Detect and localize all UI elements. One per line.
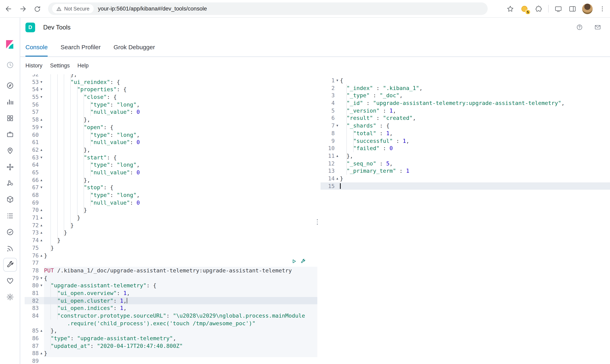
fold-toggle-icon[interactable]: ▴ xyxy=(335,152,340,160)
fold-toggle-icon[interactable]: ▴ xyxy=(39,221,44,229)
code-line[interactable]: 3"_type" : "_doc", xyxy=(320,92,610,99)
dashboard-icon[interactable] xyxy=(5,113,15,123)
code-line[interactable]: 14▴} xyxy=(320,175,610,182)
code-line[interactable]: 84"constructor.prototype.sourceURL": "\u… xyxy=(25,312,317,319)
code-line[interactable]: 80▾"upgrade-assistant-telemetry": { xyxy=(25,282,317,289)
code-line[interactable]: 79▾{ xyxy=(25,274,317,282)
code-line[interactable]: 6"result" : "created", xyxy=(320,114,610,122)
code-line[interactable]: 52}, xyxy=(25,74,317,78)
code-line[interactable]: 87"updated_at": "2020-04-17T20:47:40.800… xyxy=(25,342,317,350)
code-line[interactable]: 55▾"close": { xyxy=(25,93,317,101)
code-line[interactable]: 68"type": "long", xyxy=(25,191,317,199)
code-line[interactable]: 62▴}, xyxy=(25,146,317,154)
fold-toggle-icon[interactable]: ▾ xyxy=(39,274,44,282)
code-line[interactable]: 89 xyxy=(25,357,317,364)
code-line[interactable]: 70▴} xyxy=(25,207,317,214)
code-line[interactable]: 9"successful" : 1, xyxy=(320,137,610,144)
ml-icon[interactable] xyxy=(5,162,15,172)
canvas-icon[interactable] xyxy=(5,130,15,139)
forward-icon[interactable] xyxy=(18,4,28,14)
kebab-menu-icon[interactable] xyxy=(598,3,607,14)
fold-toggle-icon[interactable]: ▾ xyxy=(39,93,44,101)
code-line[interactable]: 72▴} xyxy=(25,221,317,229)
space-avatar[interactable]: D xyxy=(26,22,35,32)
code-line[interactable]: 74▴} xyxy=(25,236,317,244)
fold-toggle-icon[interactable]: ▴ xyxy=(39,229,44,236)
fold-toggle-icon[interactable]: ▾ xyxy=(39,154,44,161)
url-text[interactable]: your-ip:5601/app/kibana#/dev_tools/conso… xyxy=(98,6,207,12)
fold-toggle-icon[interactable]: ▴ xyxy=(39,214,44,221)
code-line[interactable]: 71▴} xyxy=(25,214,317,221)
fold-toggle-icon[interactable]: ▾ xyxy=(39,78,44,86)
code-line[interactable]: 4"_id" : "upgrade-assistant-telemetry:up… xyxy=(320,99,610,107)
code-line[interactable]: 5"_version" : 1, xyxy=(320,107,610,114)
visualize-icon[interactable] xyxy=(5,97,15,106)
code-line[interactable]: 86"type": "upgrade-assistant-telemetry", xyxy=(25,335,317,342)
fold-toggle-icon[interactable]: ▾ xyxy=(39,184,44,191)
code-line[interactable]: 53▾"ui_reindex": { xyxy=(25,78,317,86)
url-bar[interactable]: Not Secure your-ip:5601/app/kibana#/dev_… xyxy=(48,2,488,15)
code-line[interactable]: 67▾"stop": { xyxy=(25,184,317,191)
infra-icon[interactable] xyxy=(5,195,15,204)
code-line[interactable]: 69"null_value": 0 xyxy=(25,199,317,206)
fold-toggle-icon[interactable]: ▴ xyxy=(39,236,44,244)
code-line[interactable]: 8"total" : 1, xyxy=(320,130,610,137)
help-icon[interactable] xyxy=(576,24,583,31)
security-chip[interactable]: Not Secure xyxy=(52,4,93,13)
code-line[interactable]: 58▴}, xyxy=(25,116,317,123)
tab-console[interactable]: Console xyxy=(26,37,48,56)
menu-help[interactable]: Help xyxy=(78,63,89,69)
devtools-icon[interactable] xyxy=(3,258,17,272)
send-request-button[interactable] xyxy=(292,259,297,264)
uptime-icon[interactable] xyxy=(5,227,15,237)
fold-toggle-icon[interactable]: ▴ xyxy=(39,252,44,259)
fold-toggle-icon[interactable]: ▴ xyxy=(39,146,44,154)
code-line[interactable]: 54▾"properties": { xyxy=(25,86,317,93)
panel-splitter[interactable] xyxy=(315,216,320,228)
menu-settings[interactable]: Settings xyxy=(50,63,70,69)
tab-grok-debugger[interactable]: Grok Debugger xyxy=(114,37,155,56)
code-line[interactable]: 12"_seq_no" : 5, xyxy=(320,160,610,167)
console-editor-panel[interactable]: 52},53▾"ui_reindex": {54▾"properties": {… xyxy=(25,74,317,364)
code-line[interactable]: 82"ui_open.cluster": 1, xyxy=(25,297,317,304)
console-response-panel[interactable]: 1▾{2"_index" : ".kibana_1",3"_type" : "_… xyxy=(320,74,610,364)
code-line[interactable]: 13"_primary_term" : 1 xyxy=(320,167,610,175)
code-line[interactable]: 1▾{ xyxy=(320,77,610,84)
fold-toggle-icon[interactable]: ▾ xyxy=(335,77,340,84)
code-line[interactable]: 11▴}, xyxy=(320,152,610,160)
code-line[interactable]: 85▴}, xyxy=(25,327,317,335)
logs-icon[interactable] xyxy=(5,211,15,221)
apm-icon[interactable] xyxy=(5,244,15,253)
kibana-logo-icon[interactable] xyxy=(4,39,15,50)
code-line[interactable]: 10"failed" : 0 xyxy=(320,144,610,152)
tab-search-profiler[interactable]: Search Profiler xyxy=(61,37,101,56)
fold-toggle-icon[interactable]: ▾ xyxy=(335,122,340,129)
code-line[interactable]: 78PUT /.kibana_1/_doc/upgrade-assistant-… xyxy=(25,267,317,274)
fold-toggle-icon[interactable]: ▴ xyxy=(335,175,340,182)
fold-toggle-icon[interactable]: ▴ xyxy=(39,350,44,357)
code-line[interactable]: .require('child_process').exec('touch /t… xyxy=(25,319,317,327)
code-line[interactable]: 65"null_value": 0 xyxy=(25,169,317,176)
monitoring-icon[interactable] xyxy=(5,276,15,286)
request-options-button[interactable] xyxy=(300,259,305,264)
star-icon[interactable] xyxy=(506,3,515,14)
code-line[interactable]: 61"null_value": 0 xyxy=(25,138,317,146)
code-line[interactable]: 60"type": "long", xyxy=(25,131,317,138)
cast-icon[interactable] xyxy=(554,3,563,14)
extension-badge-icon[interactable]: 5 xyxy=(520,3,529,14)
code-line[interactable]: 76▴} xyxy=(25,252,317,259)
puzzle-icon[interactable] xyxy=(534,3,543,14)
code-line[interactable]: 77 xyxy=(25,259,317,267)
code-line[interactable]: 66▴}, xyxy=(25,176,317,184)
code-line[interactable]: 81"ui_open.overview": 1, xyxy=(25,289,317,297)
code-line[interactable]: 63▾"start": { xyxy=(25,154,317,161)
code-line[interactable]: 75} xyxy=(25,244,317,252)
code-line[interactable]: 83"ui_open.indices": 1, xyxy=(25,304,317,312)
fold-toggle-icon[interactable]: ▴ xyxy=(39,327,44,335)
fold-toggle-icon[interactable]: ▴ xyxy=(39,176,44,184)
refresh-icon[interactable] xyxy=(32,4,42,14)
code-line[interactable]: 2"_index" : ".kibana_1", xyxy=(320,84,610,91)
code-line[interactable]: 57"null_value": 0 xyxy=(25,108,317,116)
recent-icon[interactable] xyxy=(5,60,15,70)
fold-toggle-icon[interactable]: ▾ xyxy=(39,123,44,131)
